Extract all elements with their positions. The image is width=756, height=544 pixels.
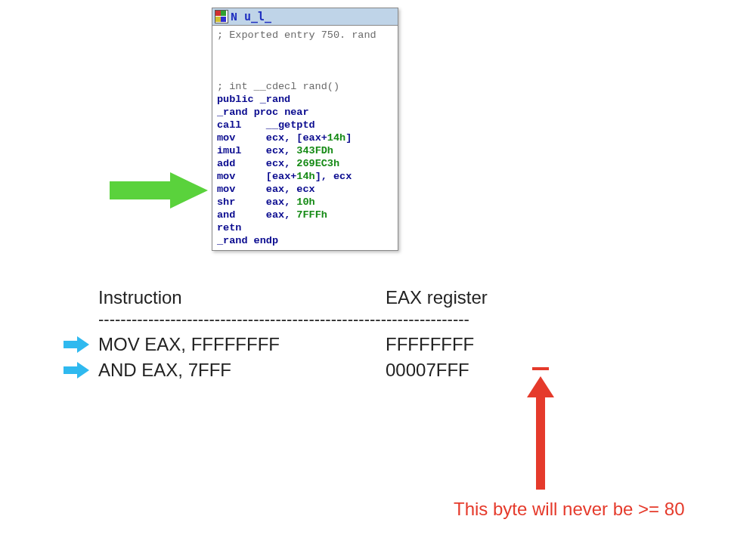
cell-instruction: AND EAX, 7FFF bbox=[98, 360, 386, 381]
svg-marker-3 bbox=[527, 376, 554, 490]
cell-instruction: MOV EAX, FFFFFFFF bbox=[98, 334, 386, 355]
endp-line: _rand endp bbox=[217, 235, 278, 246]
header-eax: EAX register bbox=[386, 287, 658, 308]
signature-comment: ; int __cdecl rand() bbox=[217, 81, 339, 92]
asm-line: mov eax, ecx bbox=[217, 184, 315, 195]
annotation-text: This byte will never be >= 80 bbox=[454, 499, 685, 520]
asm-line: mov [eax+14h], ecx bbox=[217, 171, 352, 182]
window-grid-icon bbox=[215, 10, 228, 23]
cell-eax: FFFFFFFF bbox=[386, 334, 658, 355]
table-divider: ----------------------------------------… bbox=[98, 310, 658, 329]
public-line: public _rand bbox=[217, 94, 290, 105]
green-right-arrow-icon bbox=[110, 172, 208, 209]
svg-marker-0 bbox=[110, 172, 208, 209]
asm-line: retn bbox=[217, 222, 241, 233]
asm-line: imul ecx, 343FDh bbox=[217, 145, 333, 156]
asm-line: add ecx, 269EC3h bbox=[217, 158, 339, 169]
asm-line: call __getptd bbox=[217, 119, 315, 131]
red-highlight-bar bbox=[532, 367, 549, 370]
proc-label: _rand bbox=[217, 107, 248, 118]
table-row: MOV EAX, FFFFFFFF FFFFFFFF bbox=[98, 334, 658, 355]
disassembly-window: N u̲l̲ ; Exported entry 750. rand ; int … bbox=[212, 8, 398, 251]
disassembly-body: ; Exported entry 750. rand ; int __cdecl… bbox=[212, 26, 398, 250]
header-instruction: Instruction bbox=[98, 287, 386, 308]
table-row: AND EAX, 7FFF 00007FFF bbox=[98, 360, 658, 381]
cell-eax: 00007FFF bbox=[386, 360, 658, 381]
blue-right-arrow-icon bbox=[64, 362, 89, 379]
blue-right-arrow-icon bbox=[64, 336, 89, 353]
table-header-row: Instruction EAX register bbox=[98, 287, 658, 308]
instruction-table: Instruction EAX register ---------------… bbox=[98, 287, 658, 385]
export-comment: ; Exported entry 750. rand bbox=[217, 29, 376, 41]
svg-marker-1 bbox=[64, 336, 89, 353]
disassembly-title-text: N u̲l̲ bbox=[231, 10, 271, 24]
asm-line: and eax, 7FFFh bbox=[217, 209, 327, 221]
disassembly-titlebar: N u̲l̲ bbox=[212, 8, 398, 26]
red-up-arrow-icon bbox=[527, 376, 554, 490]
asm-line: mov ecx, [eax+14h] bbox=[217, 132, 352, 144]
svg-marker-2 bbox=[64, 362, 89, 379]
asm-line: shr eax, 10h bbox=[217, 196, 315, 208]
